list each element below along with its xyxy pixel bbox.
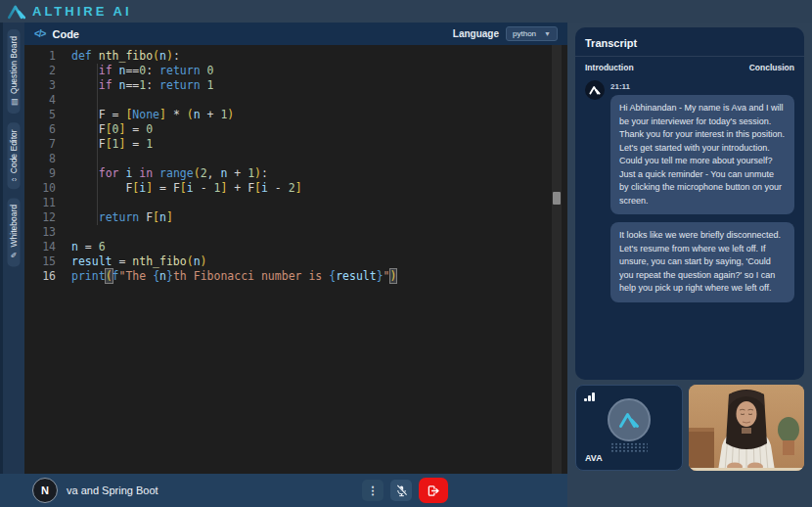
line-number: 7 — [24, 137, 71, 152]
top-header: ALTHIRE AI — [0, 0, 812, 23]
language-select[interactable]: python ▼ — [506, 26, 558, 41]
code-line[interactable]: 1def nth_fibo(n): — [24, 49, 567, 64]
code-text: F[i] = F[i - 1] + F[i - 2] — [71, 181, 302, 196]
video-tiles-row: AVA — [575, 385, 804, 471]
code-text — [71, 196, 78, 210]
ava-tile-label: AVA — [585, 453, 603, 463]
althire-mark-icon — [618, 411, 640, 429]
line-number: 3 — [24, 78, 71, 93]
right-panel: Transcript Introduction Conclusion 21:11 — [567, 23, 812, 507]
ava-avatar-circle — [608, 398, 651, 441]
code-line[interactable]: 7 F[1] = 1 — [24, 137, 567, 152]
mic-toggle-button[interactable] — [390, 480, 412, 501]
code-text: F[1] = 1 — [71, 137, 153, 152]
code-line[interactable]: 9 for i in range(2, n + 1): — [24, 166, 567, 181]
line-number: 10 — [24, 181, 71, 196]
line-number: 9 — [24, 166, 71, 181]
brand-name: ALTHIRE AI — [32, 4, 132, 19]
code-text: def nth_fibo(n): — [71, 49, 180, 64]
line-number: 15 — [24, 254, 71, 269]
code-text — [71, 93, 78, 108]
code-line[interactable]: 11 — [24, 196, 567, 210]
code-line[interactable]: 2 if n==0: return 0 — [24, 64, 567, 78]
webcam-video-tile[interactable] — [689, 385, 804, 471]
transcript-card: Transcript Introduction Conclusion 21:11 — [575, 27, 804, 380]
kebab-icon: ⋮ — [368, 484, 379, 497]
brand: ALTHIRE AI — [7, 4, 132, 20]
sidebar-item-label: Whiteboard — [10, 205, 19, 247]
sidebar-item-label: Code Editor — [10, 129, 19, 173]
line-number: 14 — [24, 240, 71, 254]
code-text: F[0] = 0 — [71, 122, 153, 137]
stage-conclusion: Conclusion — [749, 63, 794, 72]
line-number: 12 — [24, 210, 71, 225]
sidebar-item-question-board[interactable]: ▤ Question Board — [8, 29, 21, 114]
ava-avatar — [585, 80, 605, 100]
line-number: 2 — [24, 64, 71, 78]
more-options-button[interactable]: ⋮ — [362, 480, 383, 501]
code-panel-title: </> Code — [34, 28, 79, 40]
code-line[interactable]: 16print(f"The {n}th Fibonacci number is … — [24, 269, 567, 284]
board-icon: ▤ — [10, 99, 19, 107]
signal-bars-icon — [584, 392, 595, 401]
code-editor[interactable]: 1def nth_fibo(n):2 if n==0: return 03 if… — [24, 45, 567, 474]
stage-introduction: Introduction — [585, 63, 634, 72]
code-line[interactable]: 4 — [24, 93, 567, 108]
code-line[interactable]: 15result = nth_fibo(n) — [24, 254, 567, 269]
code-lines: 1def nth_fibo(n):2 if n==0: return 03 if… — [24, 49, 567, 284]
message-group: 21:11 Hi Abhinandan - My name is Ava and… — [585, 80, 794, 302]
code-text: for i in range(2, n + 1): — [71, 166, 268, 181]
transcript-message: Hi Abhinandan - My name is Ava and I wil… — [610, 95, 794, 214]
code-panel-title-label: Code — [52, 28, 79, 40]
app-window: ALTHIRE AI ▤ Question Board ‹› Code Edit… — [0, 0, 812, 507]
code-text — [71, 225, 78, 240]
leave-session-button[interactable] — [419, 478, 448, 503]
code-panel-header: </> Code Language python ▼ — [24, 23, 567, 45]
code-line[interactable]: 6 F[0] = 0 — [24, 122, 567, 137]
code-line[interactable]: 14n = 6 — [24, 240, 567, 254]
leave-icon — [427, 484, 440, 497]
code-text: if n==1: return 1 — [71, 78, 214, 93]
code-editor-icon: ‹› — [11, 176, 16, 184]
sidebar-item-code-editor[interactable]: ‹› Code Editor — [8, 122, 21, 189]
mic-off-icon — [395, 484, 408, 497]
code-line[interactable]: 13 — [24, 225, 567, 240]
indent-guide — [97, 64, 98, 225]
transcript-title: Transcript — [585, 35, 794, 56]
sidebar-item-whiteboard[interactable]: ✎ Whiteboard — [8, 198, 21, 266]
line-number: 13 — [24, 225, 71, 240]
language-select-value: python — [513, 29, 536, 38]
line-number: 1 — [24, 49, 71, 64]
code-line[interactable]: 3 if n==1: return 1 — [24, 78, 567, 93]
code-line[interactable]: 5 F = [None] * (n + 1) — [24, 108, 567, 122]
line-number: 4 — [24, 93, 71, 108]
transcript-message: It looks like we were briefly disconnect… — [610, 222, 794, 302]
user-avatar: N — [32, 478, 58, 503]
chevron-down-icon: ▼ — [544, 30, 551, 37]
code-text: n = 6 — [71, 240, 106, 254]
code-icon: </> — [34, 28, 45, 39]
code-line[interactable]: 10 F[i] = F[i - 1] + F[i - 2] — [24, 181, 567, 196]
code-text: if n==0: return 0 — [71, 64, 214, 78]
audio-dots-decoration — [610, 442, 648, 453]
webcam-feed-image — [689, 385, 804, 471]
editor-scrollbar-thumb[interactable] — [553, 192, 561, 205]
code-text — [71, 152, 78, 166]
ava-video-tile[interactable]: AVA — [575, 385, 683, 471]
bottom-control-bar: N va and Spring Boot ⋮ — [0, 474, 567, 507]
editor-scrollbar[interactable] — [552, 45, 562, 474]
code-text: print(f"The {n}th Fibonacci number is {r… — [71, 269, 396, 284]
message-timestamp: 21:11 — [610, 82, 794, 91]
code-text: F = [None] * (n + 1) — [71, 108, 234, 122]
line-number: 5 — [24, 108, 71, 122]
althire-logo-icon — [7, 4, 26, 20]
code-text: result = nth_fibo(n) — [71, 254, 207, 269]
code-line[interactable]: 8 — [24, 152, 567, 166]
sidebar-item-label: Question Board — [10, 36, 19, 94]
left-tab-rail: ▤ Question Board ‹› Code Editor ✎ Whiteb… — [0, 23, 24, 474]
code-line[interactable]: 12 return F[n] — [24, 210, 567, 225]
line-number: 16 — [24, 269, 71, 284]
code-panel: </> Code Language python ▼ — [24, 23, 567, 474]
session-title: va and Spring Boot — [67, 484, 158, 496]
line-number: 11 — [24, 196, 71, 210]
